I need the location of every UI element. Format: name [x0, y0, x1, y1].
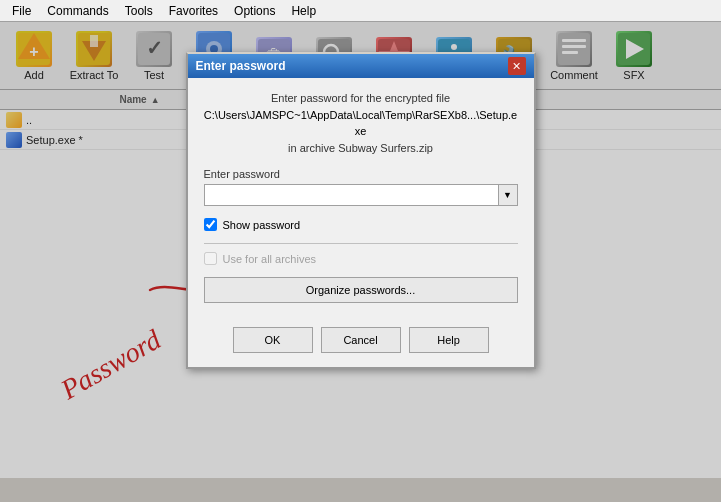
dialog-close-button[interactable]: ✕: [508, 57, 526, 75]
dialog-titlebar: Enter password ✕: [188, 54, 534, 78]
dialog-overlay: Enter password ✕ Enter password for the …: [0, 22, 721, 502]
cancel-button[interactable]: Cancel: [321, 327, 401, 353]
divider: [204, 243, 518, 244]
use-for-all-label: Use for all archives: [223, 253, 317, 265]
show-password-label[interactable]: Show password: [223, 219, 301, 231]
menu-commands[interactable]: Commands: [39, 2, 116, 20]
dialog-footer: OK Cancel Help: [188, 327, 534, 367]
password-input[interactable]: [204, 184, 518, 206]
dialog-info: Enter password for the encrypted file C:…: [204, 90, 518, 156]
ok-button[interactable]: OK: [233, 327, 313, 353]
dialog-title: Enter password: [196, 59, 286, 73]
menu-file[interactable]: File: [4, 2, 39, 20]
password-dialog: Enter password ✕ Enter password for the …: [186, 52, 536, 369]
menu-tools[interactable]: Tools: [117, 2, 161, 20]
show-password-checkbox[interactable]: [204, 218, 217, 231]
menu-bar: File Commands Tools Favorites Options He…: [0, 0, 721, 22]
menu-options[interactable]: Options: [226, 2, 283, 20]
show-password-row: Show password: [204, 218, 518, 231]
password-label: Enter password: [204, 168, 518, 180]
use-for-all-checkbox[interactable]: [204, 252, 217, 265]
dialog-body: Enter password for the encrypted file C:…: [188, 78, 534, 327]
help-button[interactable]: Help: [409, 327, 489, 353]
password-dropdown-button[interactable]: ▼: [498, 184, 518, 206]
use-for-all-row: Use for all archives: [204, 252, 518, 265]
menu-help[interactable]: Help: [283, 2, 324, 20]
password-input-row: ▼: [204, 184, 518, 206]
menu-favorites[interactable]: Favorites: [161, 2, 226, 20]
organize-passwords-button[interactable]: Organize passwords...: [204, 277, 518, 303]
